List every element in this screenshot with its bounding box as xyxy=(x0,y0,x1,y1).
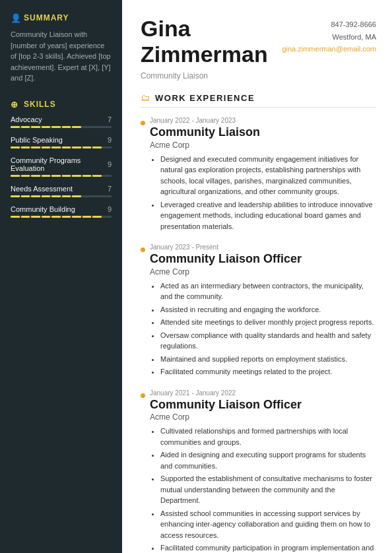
skill-bar-segment xyxy=(31,146,40,148)
skill-score: 7 xyxy=(108,115,112,123)
sidebar: 👤 SUMMARY Community Liaison with [number… xyxy=(0,0,122,553)
skill-bar-segment xyxy=(103,216,112,218)
skill-name: Advocacy xyxy=(11,115,42,123)
work-bullet: Attended site meetings to deliver monthl… xyxy=(160,317,376,328)
skill-bar-segment xyxy=(62,195,71,197)
skill-bar-segment xyxy=(62,146,71,148)
work-title: Community Liaison Officer xyxy=(150,252,376,267)
work-bullet: Maintained and supplied reports on emplo… xyxy=(160,354,376,365)
skill-bar-segment xyxy=(72,146,81,148)
skill-bar-segment xyxy=(103,195,112,197)
work-entries: January 2022 - January 2023Community Lia… xyxy=(141,117,376,553)
skill-bar-segment xyxy=(21,146,30,148)
skills-icon: ⊕ xyxy=(11,100,20,109)
skill-bar-segment xyxy=(51,195,61,197)
work-bullets: Acted as an intermediary between contrac… xyxy=(150,280,376,377)
work-title: Community Liaison Officer xyxy=(150,398,376,412)
skill-bar-segment xyxy=(82,216,92,218)
briefcase-icon: 🗂 xyxy=(141,92,150,103)
skill-bar-segment xyxy=(62,216,71,218)
skill-bar-segment xyxy=(92,175,102,177)
work-entry: January 2023 - PresentCommunity Liaison … xyxy=(141,244,376,377)
work-bullet: Facilitated community meetings related t… xyxy=(160,366,376,377)
skill-bar-segment xyxy=(51,126,61,128)
header: GinaZimmerman 847-392-8666 Westford, MA … xyxy=(141,16,376,67)
skill-item: Public Speaking 9 xyxy=(11,136,112,148)
full-name: GinaZimmerman xyxy=(141,16,268,67)
work-entry: January 2022 - January 2023Community Lia… xyxy=(141,117,376,232)
work-bullet: Supported the establishment of consultat… xyxy=(160,473,376,506)
work-bullet: Oversaw compliance with quality standard… xyxy=(160,330,376,352)
work-date: January 2021 - January 2022 xyxy=(150,389,376,397)
skill-bar-segment xyxy=(42,146,51,148)
work-title: Community Liaison xyxy=(150,125,376,140)
skill-bar-segment xyxy=(62,126,71,128)
work-bullet: Aided in designing and executing support… xyxy=(160,449,376,471)
skill-score: 9 xyxy=(108,160,112,168)
skill-bar xyxy=(11,175,112,177)
skill-score: 9 xyxy=(108,205,112,213)
work-bullets: Designed and executed community engageme… xyxy=(150,154,376,232)
skill-bar-segment xyxy=(21,126,30,128)
main-content: GinaZimmerman 847-392-8666 Westford, MA … xyxy=(122,0,392,553)
skills-list: Advocacy 7 Public Speaking 9 Community P… xyxy=(11,115,112,218)
work-date: January 2022 - January 2023 xyxy=(150,117,376,124)
skill-item: Community Programs Evaluation 9 xyxy=(11,156,112,177)
skill-bar-segment xyxy=(42,195,51,197)
skill-bar-segment xyxy=(31,175,40,177)
email: gina.zimmerman@email.com xyxy=(282,43,376,55)
skill-bar-segment xyxy=(92,216,102,218)
skill-bar-segment xyxy=(72,126,81,128)
work-bullet: Acted as an intermediary between contrac… xyxy=(160,280,376,302)
skill-bar-segment xyxy=(21,216,30,218)
skill-bar-segment xyxy=(31,126,40,128)
location: Westford, MA xyxy=(282,31,376,44)
skill-bar-segment xyxy=(51,216,61,218)
skill-bar-segment xyxy=(21,195,30,197)
skills-section-title: ⊕ SKILLS xyxy=(11,100,112,109)
skill-bar-segment xyxy=(62,175,71,177)
skill-bar xyxy=(11,146,112,148)
work-date: January 2023 - Present xyxy=(150,244,376,251)
skill-bar xyxy=(11,195,112,197)
name-block: GinaZimmerman xyxy=(141,16,268,67)
skill-bar-segment xyxy=(103,146,112,148)
skill-name: Public Speaking xyxy=(11,136,63,144)
skill-bar-segment xyxy=(92,146,102,148)
skill-bar-segment xyxy=(72,216,81,218)
skill-bar-segment xyxy=(82,175,92,177)
skill-score: 9 xyxy=(108,136,112,144)
skill-bar-segment xyxy=(31,195,40,197)
work-experience-title: WORK EXPERIENCE xyxy=(155,93,255,103)
skill-bar-segment xyxy=(11,126,20,128)
skill-bar-segment xyxy=(11,195,20,197)
skill-bar xyxy=(11,126,112,128)
skill-name: Community Programs Evaluation xyxy=(11,156,108,172)
skill-bar xyxy=(11,216,112,218)
skill-bar-segment xyxy=(42,175,51,177)
skill-bar-segment xyxy=(82,126,92,128)
work-bullet: Facilitated community participation in p… xyxy=(160,542,376,553)
skill-bar-segment xyxy=(11,175,20,177)
skill-bar-segment xyxy=(11,146,20,148)
work-entry: January 2021 - January 2022Community Lia… xyxy=(141,389,376,553)
skill-bar-segment xyxy=(92,195,102,197)
skill-bar-segment xyxy=(72,175,81,177)
skill-bar-segment xyxy=(11,216,20,218)
skill-bar-segment xyxy=(103,175,112,177)
job-title: Community Liaison xyxy=(141,71,376,81)
work-company: Acme Corp xyxy=(150,141,376,150)
contact-block: 847-392-8666 Westford, MA gina.zimmerman… xyxy=(282,16,376,55)
skill-bar-segment xyxy=(92,126,102,128)
work-bullet: Designed and executed community engageme… xyxy=(160,154,376,197)
skill-bar-segment xyxy=(42,126,51,128)
summary-section-title: 👤 SUMMARY xyxy=(11,13,112,22)
person-icon: 👤 xyxy=(11,13,20,22)
work-bullet: Cultivated relationships and formed part… xyxy=(160,426,376,447)
skill-bar-segment xyxy=(72,195,81,197)
skill-name: Needs Assessment xyxy=(11,185,73,193)
skill-item: Community Building 9 xyxy=(11,205,112,218)
work-company: Acme Corp xyxy=(150,412,376,422)
skill-bar-segment xyxy=(51,175,61,177)
skill-item: Advocacy 7 xyxy=(11,115,112,128)
